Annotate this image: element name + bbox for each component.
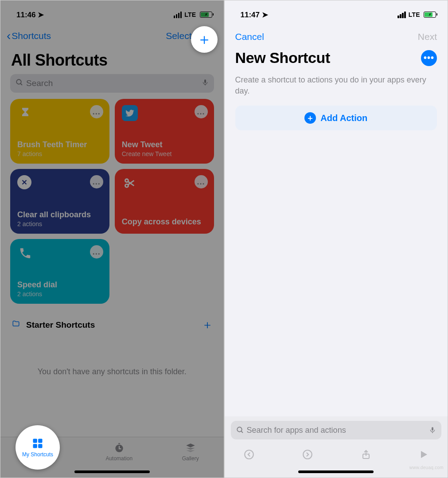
- title-row: New Shortcut •••: [225, 46, 448, 69]
- home-indicator[interactable]: [74, 470, 150, 473]
- play-button[interactable]: [418, 449, 429, 462]
- tile-subtitle: 2 actions: [17, 220, 102, 227]
- clock-icon: [113, 442, 126, 454]
- search-input[interactable]: Search: [10, 74, 214, 93]
- svg-rect-17: [118, 443, 120, 444]
- highlight-my-shortcuts-tab[interactable]: My Shortcuts: [16, 425, 60, 470]
- add-action-button[interactable]: ＋ Add Action: [235, 106, 437, 130]
- nav-bar: ‹ Shortcuts Select ＋: [0, 22, 224, 47]
- status-bar: 11:46 ➤ LTE ⚡︎: [0, 0, 224, 22]
- status-time: 11:47 ➤: [241, 10, 268, 20]
- svg-point-0: [16, 79, 21, 84]
- status-time: 11:46 ➤: [16, 10, 44, 20]
- page-title: New Shortcut: [235, 49, 330, 67]
- network-label: LTE: [409, 11, 420, 18]
- svg-point-22: [237, 427, 242, 432]
- svg-rect-18: [33, 439, 37, 443]
- search-placeholder: Search for apps and actions: [247, 426, 429, 435]
- home-indicator[interactable]: [298, 470, 374, 473]
- page-title: All Shortcuts: [0, 47, 224, 74]
- svg-rect-2: [204, 79, 206, 83]
- undo-button[interactable]: [243, 449, 255, 463]
- highlight-add-button[interactable]: ＋: [191, 26, 218, 53]
- shortcut-tile-new-tweet[interactable]: … New Tweet Create new Tweet: [115, 99, 214, 164]
- tile-title: Clear all clipboards: [17, 210, 102, 219]
- tile-title: Speed dial: [17, 280, 102, 290]
- nav-bar: Cancel Next: [225, 22, 448, 46]
- tile-title: New Tweet: [122, 140, 207, 149]
- location-arrow-icon: ➤: [262, 10, 268, 20]
- tab-automation[interactable]: Automation: [105, 442, 132, 462]
- signal-bars-icon: [397, 12, 406, 18]
- svg-point-27: [303, 450, 312, 459]
- svg-rect-19: [38, 439, 42, 443]
- hourglass-icon: [17, 105, 33, 121]
- gallery-icon: [184, 442, 197, 454]
- select-button[interactable]: Select: [166, 31, 191, 41]
- x-circle-icon: [17, 175, 31, 189]
- watermark: www.deuaq.com: [409, 465, 444, 470]
- share-button[interactable]: [361, 448, 371, 463]
- tile-subtitle: 2 actions: [17, 290, 102, 298]
- tab-gallery[interactable]: Gallery: [182, 442, 199, 462]
- mic-icon[interactable]: [429, 426, 436, 435]
- signal-bars-icon: [174, 12, 182, 18]
- location-arrow-icon: ➤: [38, 10, 44, 20]
- shortcut-tile-clear-clipboards[interactable]: … Clear all clipboards 2 actions: [10, 169, 109, 234]
- tile-subtitle: 7 actions: [17, 150, 102, 157]
- battery-icon: ⚡︎: [424, 12, 436, 18]
- tile-more-button[interactable]: …: [90, 175, 103, 188]
- status-bar: 11:47 ➤ LTE ⚡︎: [225, 0, 448, 22]
- status-right: LTE ⚡︎: [397, 11, 436, 18]
- empty-state-text: You don't have any shortcuts in this fol…: [0, 336, 224, 407]
- tile-more-button[interactable]: …: [195, 105, 208, 118]
- redo-button[interactable]: [302, 449, 313, 463]
- more-options-button[interactable]: •••: [421, 50, 437, 66]
- svg-rect-21: [38, 444, 42, 448]
- tile-title: Brush Teeth Timer: [17, 140, 102, 149]
- new-shortcut-screen: 11:47 ➤ LTE ⚡︎ Cancel Next New Shortcut …: [224, 0, 448, 478]
- search-actions-input[interactable]: Search for apps and actions: [231, 421, 442, 439]
- status-right: LTE ⚡︎: [174, 11, 212, 18]
- phone-icon: [17, 245, 33, 261]
- svg-rect-20: [33, 444, 37, 448]
- svg-point-7: [125, 184, 128, 187]
- plus-circle-icon: ＋: [304, 112, 316, 124]
- back-label: Shortcuts: [12, 31, 51, 41]
- next-button[interactable]: Next: [418, 31, 437, 42]
- folder-icon: [11, 320, 21, 330]
- shortcut-tile-speed-dial[interactable]: … Speed dial 2 actions: [10, 239, 109, 304]
- search-placeholder: Search: [26, 78, 202, 88]
- twitter-icon: [122, 105, 138, 121]
- svg-point-26: [245, 450, 253, 459]
- shortcut-tile-copy-devices[interactable]: … Copy across devices: [115, 169, 214, 234]
- tile-title: Copy across devices: [122, 217, 207, 227]
- tile-more-button[interactable]: …: [195, 175, 208, 188]
- scissors-icon: [122, 175, 138, 191]
- add-action-label: Add Action: [320, 113, 367, 123]
- add-starter-button[interactable]: ＋: [202, 317, 213, 333]
- section-title: Starter Shortcuts: [26, 320, 95, 330]
- battery-icon: ⚡︎: [200, 12, 212, 18]
- chevron-left-icon: ‹: [7, 29, 11, 43]
- search-icon: [236, 426, 244, 434]
- tile-more-button[interactable]: …: [90, 245, 103, 259]
- search-icon: [16, 78, 23, 89]
- starter-shortcuts-section: Starter Shortcuts ＋: [0, 304, 224, 336]
- tile-more-button[interactable]: …: [90, 105, 103, 118]
- svg-line-23: [241, 431, 243, 433]
- svg-rect-16: [119, 448, 121, 449]
- shortcut-tile-brush-teeth[interactable]: … Brush Teeth Timer 7 actions: [10, 99, 109, 164]
- svg-point-6: [125, 179, 128, 182]
- all-shortcuts-screen: 11:46 ➤ LTE ⚡︎ ‹ Shortcuts Select ＋ All …: [0, 0, 224, 478]
- network-label: LTE: [184, 11, 196, 18]
- shortcut-grid: … Brush Teeth Timer 7 actions … New Twee…: [0, 99, 224, 304]
- svg-rect-24: [432, 427, 433, 431]
- mic-icon[interactable]: [202, 78, 209, 89]
- tile-subtitle: Create new Tweet: [122, 150, 207, 157]
- back-button[interactable]: ‹ Shortcuts: [7, 29, 51, 43]
- description-text: Create a shortcut to actions you do in y…: [225, 69, 448, 106]
- svg-line-1: [20, 83, 22, 85]
- cancel-button[interactable]: Cancel: [235, 31, 264, 42]
